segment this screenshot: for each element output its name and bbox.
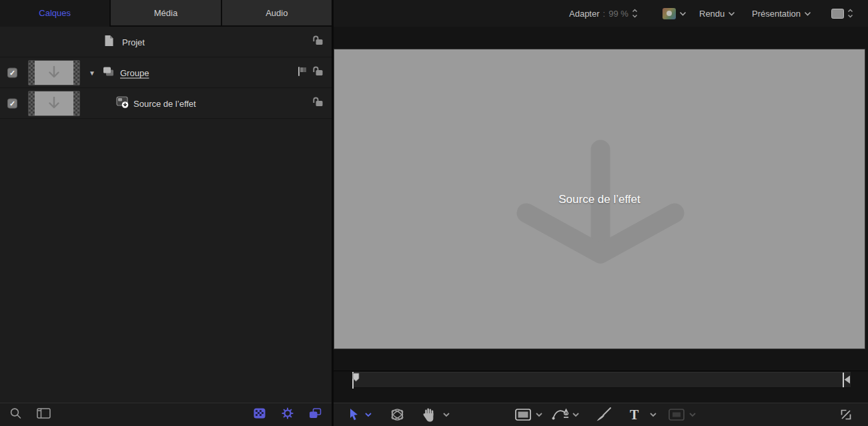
thumb-arrow-icon — [44, 95, 64, 112]
chevron-down-icon — [679, 11, 687, 16]
panel-layout-icon[interactable] — [37, 407, 51, 422]
tab-media[interactable]: Média — [109, 0, 220, 27]
disclosure-triangle[interactable]: ▼ — [89, 69, 95, 76]
layer-name: Groupe — [120, 67, 149, 77]
hand-tool-chevron-icon[interactable] — [442, 412, 450, 417]
display-icon — [831, 9, 844, 19]
layer-enable-checkbox[interactable]: ✓ — [7, 67, 17, 77]
zoom-separator: : — [603, 9, 606, 19]
thumb-film-edge — [29, 61, 35, 85]
layer-thumbnail[interactable] — [28, 60, 80, 85]
effect-source-icon — [116, 95, 130, 112]
layer-name: Source de l’effet — [133, 98, 196, 108]
zoom-value: 99 % — [608, 9, 628, 19]
thumb-film-edge — [29, 91, 35, 116]
tab-audio[interactable]: Audio — [221, 0, 332, 27]
canvas-placeholder-text: Source de l’effet — [334, 193, 865, 206]
layers-stack-icon[interactable] — [309, 408, 322, 422]
3d-transform-tool[interactable] — [389, 407, 406, 423]
layer-enable-checkbox[interactable]: ✓ — [7, 98, 17, 108]
panel-tabbar: Calques Média Audio — [0, 0, 332, 27]
stepper-icon[interactable] — [632, 8, 638, 19]
unlock-icon[interactable] — [312, 97, 324, 110]
canvas-toolbar: T — [334, 403, 868, 426]
stepper-icon — [847, 8, 853, 19]
canvas-stage[interactable]: Source de l’effet — [334, 49, 865, 349]
text-tool-chevron-icon[interactable] — [649, 412, 657, 417]
text-tool[interactable]: T — [630, 407, 638, 423]
timeline-border — [334, 371, 868, 371]
thumb-film-edge — [73, 61, 79, 85]
paint-stroke-tool[interactable] — [595, 407, 612, 423]
thumb-film-edge — [73, 91, 79, 116]
canvas-area: Adapter : 99 % Rendu — [334, 0, 868, 426]
thumb-arrow-icon — [44, 65, 64, 81]
unlock-icon[interactable] — [312, 35, 324, 48]
project-document-icon — [104, 35, 114, 49]
display-selector[interactable] — [831, 0, 853, 27]
bezier-tool[interactable] — [551, 407, 571, 423]
color-channels-icon — [663, 8, 676, 19]
project-end-marker[interactable] — [842, 372, 851, 391]
rectangle-tool[interactable] — [515, 409, 531, 421]
transparency-checkerboard-icon[interactable] — [254, 408, 266, 421]
select-tool-chevron-icon[interactable] — [364, 412, 372, 417]
hand-tool[interactable] — [422, 407, 436, 422]
layers-panel: Calques Média Audio Projet — [0, 0, 332, 426]
render-menu[interactable]: Rendu — [699, 0, 735, 27]
text-tool-glyph: T — [630, 407, 638, 423]
channels-menu[interactable] — [663, 0, 687, 27]
flag-icon[interactable] — [297, 66, 308, 79]
search-icon[interactable] — [9, 407, 22, 423]
chevron-down-icon — [728, 11, 735, 16]
layer-row-groupe[interactable]: ✓ ▼ Groupe — [0, 57, 332, 88]
layer-row-projet[interactable]: Projet — [0, 27, 332, 57]
tab-calques[interactable]: Calques — [0, 0, 109, 27]
mask-tool-chevron-icon[interactable] — [689, 412, 697, 417]
chevron-down-icon — [804, 11, 811, 16]
layers-list: Projet ✓ — [0, 27, 332, 119]
viewer-toolbar: Adapter : 99 % Rendu — [334, 0, 868, 27]
select-transform-tool[interactable] — [348, 408, 360, 421]
mask-tool[interactable] — [669, 409, 685, 421]
gear-icon[interactable] — [282, 407, 294, 422]
group-icon — [102, 65, 115, 79]
expand-timing-icon[interactable] — [839, 408, 853, 421]
zoom-control[interactable]: Adapter : 99 % — [569, 0, 638, 27]
unlock-icon[interactable] — [312, 66, 324, 79]
zoom-label: Adapter — [569, 9, 600, 19]
presentation-label: Présentation — [752, 9, 801, 19]
playhead[interactable] — [351, 371, 360, 392]
layer-thumbnail[interactable] — [28, 91, 80, 116]
layer-name: Projet — [122, 37, 145, 47]
mini-timeline[interactable] — [352, 372, 851, 388]
presentation-menu[interactable]: Présentation — [752, 0, 811, 27]
bezier-tool-chevron-icon[interactable] — [572, 412, 580, 417]
layers-panel-footer — [0, 403, 332, 426]
rectangle-tool-chevron-icon[interactable] — [535, 412, 543, 417]
render-label: Rendu — [699, 9, 725, 19]
motion-window: Calques Média Audio Projet — [0, 0, 868, 426]
layer-row-source-effet[interactable]: ✓ Source de l’effet — [0, 88, 332, 119]
